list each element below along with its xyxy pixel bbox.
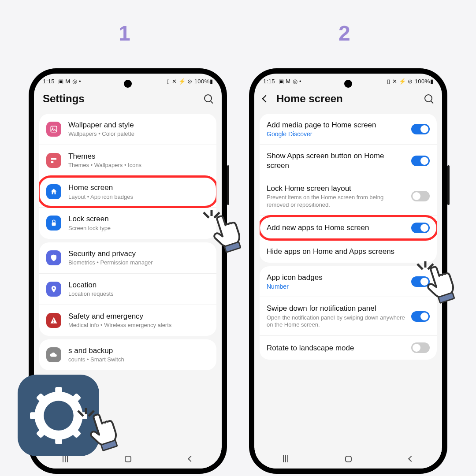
svg-point-1 [52,127,53,129]
svg-rect-9 [30,412,40,419]
wallpaper-icon [46,122,61,137]
row-title: Hide apps on Home and Apps screens [267,247,430,256]
row-sub: Screen lock type [68,225,209,232]
row-link: Number [267,283,407,290]
row-rotate-landscape[interactable]: Rotate to landscape mode [260,335,437,360]
status-right-icons: ▯ ✕ ⚡ ⊘ 100%▮ [167,78,213,85]
tap-pointer-icon [190,203,251,273]
row-link: Google Discover [267,130,407,138]
row-title: s and backup [68,346,209,355]
row-sub: Themes • Wallpapers • Icons [68,162,209,169]
nav-bar [254,449,442,469]
shield-icon [46,250,61,265]
settings-group-3: s and backupcounts • Smart Switch [39,339,216,370]
status-time: 1:15 [263,78,275,85]
step-number-1: 1 [119,21,130,45]
cloud-icon [46,347,61,362]
lock-icon [46,216,61,231]
row-wallpaper[interactable]: Wallpaper and styleWallpapers • Color pa… [39,114,216,145]
toggle-switch[interactable] [411,191,430,201]
search-icon[interactable] [204,94,213,103]
status-left-icons: ▣ M ◎ • [279,78,301,85]
status-time: 1:15 [43,78,55,85]
row-title: Swipe down for notification panel [267,304,407,313]
row-title: Add new apps to Home screen [267,223,407,232]
row-sub: Layout • App icon badges [68,193,209,201]
svg-rect-5 [53,322,54,323]
nav-home-icon[interactable] [345,456,352,462]
row-sub: counts • Smart Switch [68,356,209,364]
back-icon[interactable] [262,95,270,103]
row-title: Show Apps screen button on Home screen [267,151,407,170]
row-title: Lock Home screen layout [267,184,407,193]
row-title: Wallpaper and style [68,120,209,130]
tap-pointer-icon [71,405,132,476]
row-title: Themes [68,152,209,161]
row-add-media-page[interactable]: Add media page to Home screenGoogle Disc… [260,114,437,144]
row-sub: Wallpapers • Color palette [68,130,209,138]
toggle-switch[interactable] [411,342,430,353]
row-title: Add media page to Home screen [267,120,407,130]
row-themes[interactable]: ThemesThemes • Wallpapers • Icons [39,145,216,176]
tap-pointer-icon [408,258,469,328]
svg-rect-7 [55,387,62,397]
row-safety[interactable]: Safety and emergencyMedical info • Wirel… [39,305,216,336]
nav-recents-icon[interactable] [63,455,68,462]
camera-hole [124,80,132,88]
toggle-switch[interactable] [411,124,430,134]
toggle-switch[interactable] [411,156,430,166]
home-icon [46,184,61,199]
svg-point-3 [53,287,55,289]
home-screen-header: Home screen [254,86,442,110]
toggle-switch[interactable] [411,223,430,233]
row-title: App icon badges [267,273,407,282]
pin-icon [46,282,61,297]
row-add-new-apps[interactable]: Add new apps to Home screen [260,216,437,240]
svg-rect-2 [52,223,56,226]
page-title: Settings [43,93,204,105]
row-sub: Biometrics • Permission manager [68,259,209,267]
row-sub: Prevent items on the Home screen from be… [267,194,407,209]
camera-hole [344,80,352,88]
nav-back-icon[interactable] [408,456,414,462]
row-sub: Location requests [68,290,209,298]
svg-rect-0 [51,126,57,132]
svg-rect-8 [55,434,62,444]
row-sub: Medical info • Wireless emergency alerts [68,322,209,329]
svg-rect-4 [53,320,54,322]
row-show-apps-button[interactable]: Show Apps screen button on Home screen [260,144,437,177]
search-icon[interactable] [424,94,433,103]
row-sub: Open the notification panel by swiping d… [267,314,407,329]
row-title: Security and privacy [68,249,209,258]
status-left-icons: ▣ M ◎ • [58,78,81,85]
nav-recents-icon[interactable] [283,455,288,462]
step-number-2: 2 [338,21,350,45]
alert-icon [46,313,61,328]
svg-point-6 [47,404,70,427]
row-title: Home screen [68,183,209,192]
settings-header: Settings [34,86,222,110]
row-title: Rotate to landscape mode [267,343,407,353]
nav-back-icon[interactable] [188,456,194,462]
row-lock-layout[interactable]: Lock Home screen layoutPrevent items on … [260,177,437,216]
row-title: Location [68,280,209,290]
row-title: Safety and emergency [68,312,209,321]
row-accounts-backup[interactable]: s and backupcounts • Smart Switch [39,339,216,370]
page-title: Home screen [276,93,424,105]
themes-icon [46,153,61,168]
homescreen-group-1: Add media page to Home screenGoogle Disc… [260,114,437,263]
row-title: Lock screen [68,214,209,223]
status-right-icons: ▯ ✕ ⚡ ⊘ 100%▮ [387,78,433,85]
row-location[interactable]: LocationLocation requests [39,273,216,305]
